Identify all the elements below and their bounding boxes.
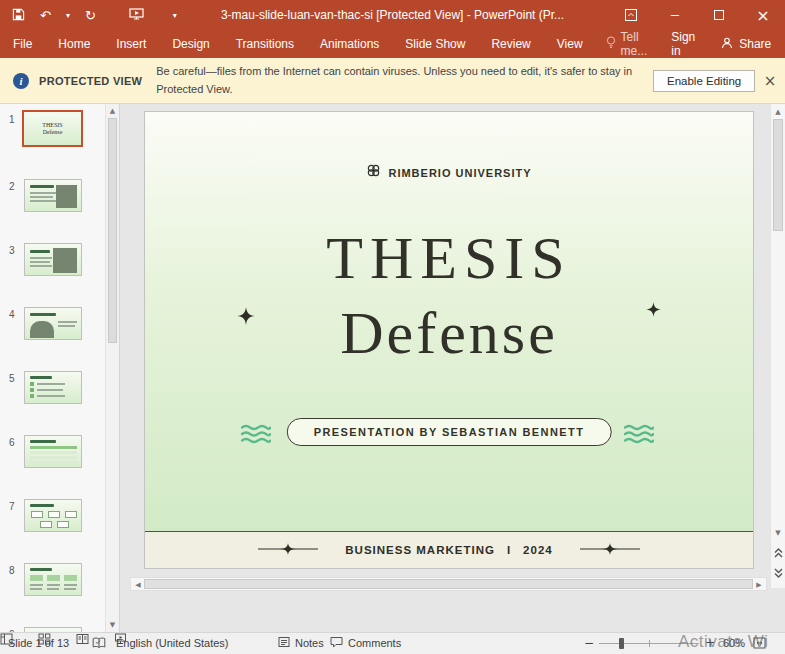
waves-right-icon (623, 424, 655, 448)
lightbulb-icon (606, 36, 616, 52)
thumbnail-item-5: 5 (0, 371, 119, 413)
notes-icon (278, 636, 290, 650)
comments-button[interactable]: Comments (330, 636, 401, 650)
slide-thumbnail-6[interactable] (24, 435, 82, 468)
zoom-out-icon[interactable]: − (584, 636, 594, 650)
tell-me-label: Tell me... (621, 30, 648, 58)
save-icon[interactable] (12, 8, 25, 23)
tab-view[interactable]: View (544, 30, 596, 58)
scroll-down-icon[interactable]: ▼ (771, 528, 785, 538)
tab-transitions[interactable]: Transitions (223, 30, 307, 58)
powerpoint-window: ↶ ▾ ↻ ▾ 3-mau-slide-luan-van-thac-si [Pr… (0, 0, 785, 654)
thumb-graphic (30, 196, 53, 198)
tab-review[interactable]: Review (478, 30, 543, 58)
slide-info: Slide 1 of 13 (8, 637, 69, 649)
slide-workspace: RIMBERIO UNIVERSITY THESIS Defense PRESE… (120, 104, 785, 632)
footer-separator: I (507, 544, 511, 556)
activate-windows-watermark: Activate Wi (678, 632, 769, 652)
slide-number: 8 (9, 565, 15, 576)
thumb-graphic (30, 568, 52, 571)
undo-icon[interactable]: ↶ (40, 9, 51, 22)
thumb-graphic (37, 383, 65, 385)
next-slide-button[interactable] (771, 564, 785, 582)
thumb-graphic (30, 321, 54, 338)
slide-thumbnail-5[interactable] (24, 371, 82, 404)
slide-thumbnail-1-selected[interactable]: THESIS Defense (22, 110, 83, 147)
quick-access-caret-icon[interactable]: ▾ (173, 11, 177, 20)
thumb-graphic (47, 584, 60, 586)
window-controls: ─ × (609, 0, 785, 30)
slide-thumbnail-7[interactable] (24, 499, 82, 532)
tab-slide-show[interactable]: Slide Show (392, 30, 478, 58)
thumb-graphic (64, 584, 77, 586)
tab-animations[interactable]: Animations (307, 30, 392, 58)
thumb-graphic (30, 456, 77, 459)
undo-dropdown-caret-icon[interactable]: ▾ (66, 11, 70, 20)
thumb-graphic (30, 446, 77, 449)
tell-me-box[interactable]: Tell me... (596, 30, 658, 58)
language-indicator[interactable]: English (United States) (116, 637, 229, 649)
scroll-left-icon[interactable]: ◀ (133, 580, 143, 590)
thumb-graphic (58, 321, 77, 323)
scroll-right-icon[interactable]: ▶ (754, 580, 764, 590)
tab-design[interactable]: Design (159, 30, 222, 58)
share-label: Share (739, 37, 771, 51)
thumb-graphic (30, 376, 52, 379)
thumb-graphic (40, 521, 52, 528)
redo-icon[interactable]: ↻ (85, 9, 96, 22)
tab-home[interactable]: Home (45, 30, 103, 58)
slide-number: 2 (9, 181, 15, 192)
slide-canvas[interactable]: RIMBERIO UNIVERSITY THESIS Defense PRESE… (145, 112, 753, 568)
panel-scrollbar-thumb[interactable] (108, 118, 117, 343)
scroll-up-icon[interactable]: ▲ (106, 106, 119, 116)
footer-ornament-right-icon (579, 541, 641, 559)
thumb-graphic (30, 382, 34, 386)
slide-number: 7 (9, 501, 15, 512)
thumb-graphic (47, 588, 59, 590)
thumb-graphic (30, 388, 34, 392)
tab-file[interactable]: File (0, 30, 45, 58)
scroll-up-icon[interactable]: ▲ (771, 107, 785, 117)
slide-number: 1 (9, 114, 15, 125)
thumb-graphic (30, 200, 56, 202)
minimize-button[interactable]: ─ (653, 0, 697, 30)
thumb-graphic (30, 440, 56, 443)
comments-icon (330, 636, 343, 650)
start-from-beginning-icon[interactable] (129, 8, 144, 22)
zoom-slider-thumb[interactable] (619, 638, 624, 649)
thumb-graphic (30, 451, 77, 454)
share-button[interactable]: Share (709, 37, 783, 52)
ribbon-display-options-icon[interactable] (609, 0, 653, 30)
slide-thumbnail-3[interactable] (24, 243, 82, 276)
thumb-graphic (30, 250, 50, 253)
enable-editing-button[interactable]: Enable Editing (653, 70, 755, 92)
thumbnail-item-3: 3 (0, 243, 119, 285)
thumb-graphic (53, 248, 77, 273)
horizontal-scrollbar-thumb[interactable] (144, 579, 753, 589)
thumbnail-panel-scrollbar[interactable]: ▲ ▼ (105, 104, 119, 632)
notes-button[interactable]: Notes (278, 636, 324, 650)
thumbnail-panel: 1 THESIS Defense 2 3 (0, 104, 120, 632)
title-bar: ↶ ▾ ↻ ▾ 3-mau-slide-luan-van-thac-si [Pr… (0, 0, 785, 30)
previous-slide-button[interactable] (771, 544, 785, 562)
scroll-down-icon[interactable]: ▼ (106, 620, 119, 630)
thumb-graphic (37, 389, 63, 391)
slide-thumbnail-2[interactable] (24, 179, 82, 212)
thumb-graphic (57, 521, 69, 528)
maximize-button[interactable] (697, 0, 741, 30)
slide-thumbnail-4[interactable] (24, 307, 82, 340)
vertical-scrollbar-thumb[interactable] (773, 119, 783, 231)
tab-insert[interactable]: Insert (103, 30, 159, 58)
slide-thumbnail-8[interactable] (24, 563, 82, 596)
thumb-graphic (30, 461, 77, 464)
proofing-icon[interactable] (92, 637, 106, 651)
protected-view-close-icon[interactable]: × (755, 72, 785, 90)
sign-in-button[interactable]: Sign in (659, 30, 707, 58)
thumbnail-item-7: 7 (0, 499, 119, 541)
protected-view-message: Be careful—files from the Internet can c… (156, 63, 653, 97)
reading-view-icon[interactable] (76, 633, 89, 647)
thumb-graphic (64, 588, 76, 590)
horizontal-scrollbar[interactable]: ◀ ▶ (130, 577, 767, 591)
close-button[interactable]: × (741, 0, 785, 30)
vertical-scrollbar[interactable]: ▲ ▼ (770, 104, 785, 588)
